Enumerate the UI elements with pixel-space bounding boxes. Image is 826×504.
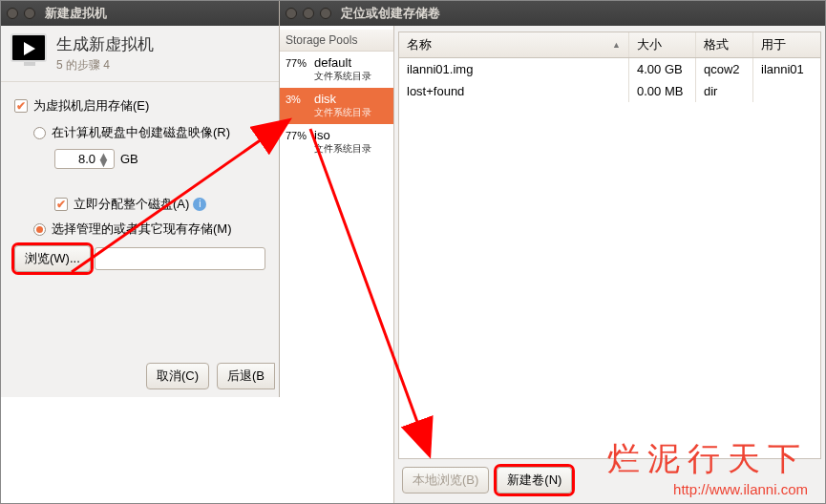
storage-browser-window: 定位或创建存储卷 Storage Pools 77% default 文件系统目… — [280, 1, 825, 503]
pools-header: Storage Pools — [280, 30, 393, 52]
size-unit: GB — [120, 152, 138, 166]
table-header: 名称▲ 大小 格式 用于 — [399, 32, 820, 58]
vm-icon — [11, 33, 47, 62]
enable-storage-checkbox[interactable]: ✔ — [14, 99, 28, 113]
managed-storage-radio[interactable] — [33, 223, 46, 236]
col-usedby[interactable]: 用于 — [753, 32, 820, 57]
allocate-now-label: 立即分配整个磁盘(A) — [74, 196, 189, 213]
wizard-title: 生成新虚拟机 — [56, 33, 154, 55]
disk-size-spinbox[interactable]: ▲▼ — [54, 149, 115, 169]
spin-buttons[interactable]: ▲▼ — [97, 153, 110, 166]
close-icon[interactable] — [7, 8, 18, 19]
create-disk-radio[interactable] — [33, 127, 46, 139]
storage-pools-list: Storage Pools 77% default 文件系统目录 3% disk… — [280, 26, 394, 503]
window-title: 定位或创建存储卷 — [341, 5, 440, 22]
volumes-panel: 名称▲ 大小 格式 用于 ilanni01.img 4.00 GB qcow2 … — [394, 26, 825, 503]
new-volume-button[interactable]: 新建卷(N) — [497, 467, 572, 494]
create-disk-label: 在计算机硬盘中创建磁盘映像(R) — [52, 124, 230, 141]
minimize-icon[interactable] — [24, 8, 35, 19]
window-title: 新建虚拟机 — [45, 5, 107, 22]
enable-storage-label: 为虚拟机启用存储(E) — [33, 97, 149, 115]
volumes-table: 名称▲ 大小 格式 用于 ilanni01.img 4.00 GB qcow2 … — [398, 32, 821, 459]
close-icon[interactable] — [286, 8, 297, 19]
minimize-icon[interactable] — [303, 8, 314, 19]
pool-item-disk[interactable]: 3% disk 文件系统目录 — [280, 88, 393, 124]
pool-item-iso[interactable]: 77% iso 文件系统目录 — [280, 124, 393, 160]
table-row[interactable]: ilanni01.img 4.00 GB qcow2 ilanni01 — [399, 58, 820, 80]
local-browse-button[interactable]: 本地浏览(B) — [402, 467, 489, 494]
allocate-now-checkbox[interactable]: ✔ — [54, 198, 68, 211]
disk-size-input[interactable] — [59, 152, 95, 166]
new-vm-window: 新建虚拟机 生成新虚拟机 5 的步骤 4 ✔ 为虚拟机启用存储(E) 在计算机硬… — [1, 1, 280, 397]
cancel-button[interactable]: 取消(C) — [146, 363, 209, 389]
maximize-icon[interactable] — [320, 8, 331, 19]
back-button[interactable]: 后退(B — [217, 363, 275, 389]
storage-form: ✔ 为虚拟机启用存储(E) 在计算机硬盘中创建磁盘映像(R) ▲▼ GB ✔ 立… — [1, 82, 279, 282]
table-row[interactable]: lost+found 0.00 MB dir — [399, 80, 820, 102]
browse-button[interactable]: 浏览(W)... — [14, 245, 91, 272]
col-name[interactable]: 名称▲ — [399, 32, 629, 57]
storage-path-input[interactable] — [95, 247, 265, 270]
titlebar-right: 定位或创建存储卷 — [280, 1, 825, 26]
wizard-step: 5 的步骤 4 — [56, 57, 154, 74]
titlebar-left: 新建虚拟机 — [1, 1, 279, 26]
pool-item-default[interactable]: 77% default 文件系统目录 — [280, 52, 393, 88]
wizard-header: 生成新虚拟机 5 的步骤 4 — [1, 26, 279, 82]
col-size[interactable]: 大小 — [629, 32, 696, 57]
managed-storage-label: 选择管理的或者其它现有存储(M) — [52, 220, 232, 238]
sort-asc-icon: ▲ — [612, 40, 621, 50]
col-format[interactable]: 格式 — [696, 32, 753, 57]
help-icon[interactable]: i — [193, 198, 206, 211]
